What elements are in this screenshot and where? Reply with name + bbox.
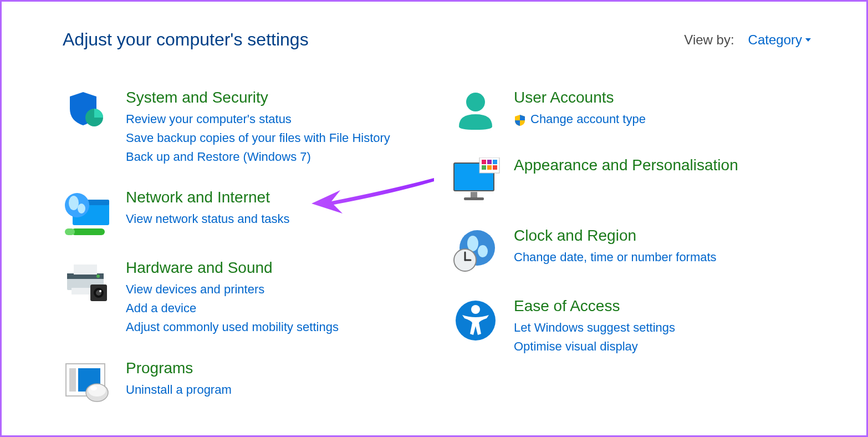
link-uninstall-program[interactable]: Uninstall a program <box>126 380 423 399</box>
category-network-internet: Network and Internet View network status… <box>63 189 423 237</box>
svg-rect-18 <box>69 368 76 392</box>
svg-point-16 <box>99 290 101 292</box>
category-title-user-accounts[interactable]: User Accounts <box>514 89 811 106</box>
link-add-device[interactable]: Add a device <box>126 299 423 318</box>
chevron-down-icon <box>805 38 811 42</box>
category-title-clock-region[interactable]: Clock and Region <box>514 227 811 245</box>
monitor-icon <box>451 156 501 205</box>
svg-point-23 <box>90 386 97 390</box>
link-optimise-display[interactable]: Optimise visual display <box>514 337 811 356</box>
category-hardware-sound: Hardware and Sound View devices and prin… <box>63 259 423 337</box>
link-mobility-settings[interactable]: Adjust commonly used mobility settings <box>126 318 423 337</box>
svg-rect-34 <box>487 165 492 170</box>
page-title: Adjust your computer's settings <box>63 29 309 50</box>
svg-rect-30 <box>482 160 486 164</box>
link-change-account-type-text: Change account type <box>530 110 646 129</box>
svg-point-5 <box>78 204 85 214</box>
category-system-security: System and Security Review your computer… <box>63 89 423 166</box>
svg-rect-31 <box>487 160 492 164</box>
user-icon <box>451 89 501 134</box>
svg-rect-28 <box>464 197 484 200</box>
header-row: Adjust your computer's settings View by:… <box>63 29 811 50</box>
svg-rect-11 <box>74 265 97 275</box>
svg-rect-33 <box>482 165 486 170</box>
svg-point-22 <box>88 384 106 397</box>
shield-icon <box>63 89 113 166</box>
link-suggest-settings[interactable]: Let Windows suggest settings <box>514 318 811 337</box>
programs-icon <box>63 359 113 405</box>
category-title-system-security[interactable]: System and Security <box>126 89 423 106</box>
network-icon <box>63 189 113 237</box>
left-column: System and Security Review your computer… <box>63 89 423 427</box>
category-title-programs[interactable]: Programs <box>126 359 423 377</box>
category-clock-region: Clock and Region Change date, time or nu… <box>451 227 811 275</box>
link-date-time-formats[interactable]: Change date, time or number formats <box>514 248 811 267</box>
svg-point-4 <box>69 196 79 210</box>
svg-point-38 <box>478 245 488 257</box>
accessibility-icon <box>451 297 501 356</box>
category-programs: Programs Uninstall a program <box>63 359 423 405</box>
link-review-status[interactable]: Review your computer's status <box>126 110 423 129</box>
link-network-status[interactable]: View network status and tasks <box>126 210 423 228</box>
view-by-value-text: Category <box>748 32 802 48</box>
svg-point-10 <box>96 275 100 278</box>
svg-point-37 <box>467 236 478 251</box>
svg-rect-27 <box>471 192 477 197</box>
svg-rect-7 <box>65 228 75 235</box>
category-appearance: Appearance and Personalisation <box>451 156 811 205</box>
view-by-dropdown[interactable]: Category <box>748 32 811 48</box>
svg-rect-6 <box>72 228 105 235</box>
view-by: View by: Category <box>684 32 811 48</box>
category-title-network-internet[interactable]: Network and Internet <box>126 189 423 206</box>
svg-rect-35 <box>493 165 497 170</box>
svg-point-24 <box>466 93 485 111</box>
clock-globe-icon <box>451 227 501 275</box>
svg-point-43 <box>471 305 480 314</box>
link-backup-restore[interactable]: Back up and Restore (Windows 7) <box>126 148 423 166</box>
link-devices-printers[interactable]: View devices and printers <box>126 280 423 299</box>
link-change-account-type[interactable]: Change account type <box>514 110 811 129</box>
category-title-hardware-sound[interactable]: Hardware and Sound <box>126 259 423 277</box>
category-title-ease-of-access[interactable]: Ease of Access <box>514 297 811 315</box>
svg-rect-32 <box>493 160 497 164</box>
category-user-accounts: User Accounts Change account type <box>451 89 811 134</box>
view-by-label: View by: <box>684 32 734 48</box>
categories-grid: System and Security Review your computer… <box>63 89 811 427</box>
uac-shield-icon <box>514 113 526 125</box>
link-save-backup[interactable]: Save backup copies of your files with Fi… <box>126 129 423 148</box>
printer-icon <box>63 259 113 337</box>
right-column: User Accounts Change account type <box>451 89 811 427</box>
category-title-appearance[interactable]: Appearance and Personalisation <box>514 156 811 174</box>
category-ease-of-access: Ease of Access Let Windows suggest setti… <box>451 297 811 356</box>
